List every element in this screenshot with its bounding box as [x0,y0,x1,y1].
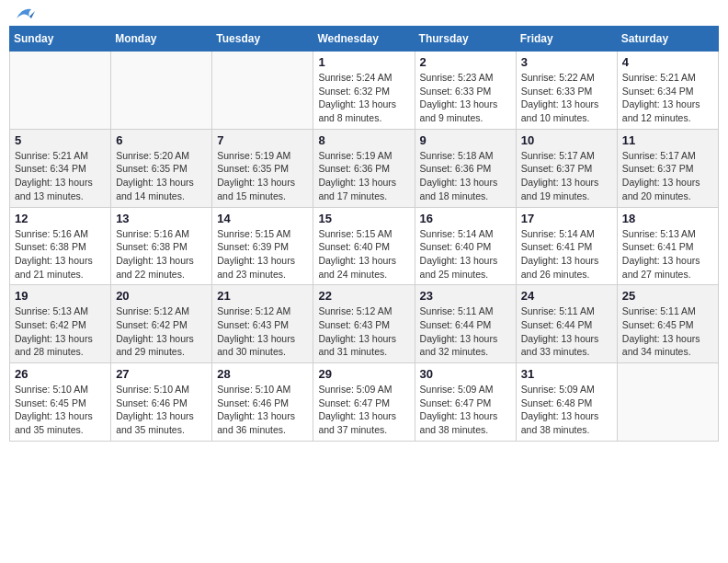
day-number: 23 [420,289,511,303]
day-info: Sunrise: 5:10 AM Sunset: 6:45 PM Dayligh… [15,383,106,437]
day-number: 30 [420,367,511,381]
calendar-cell: 6Sunrise: 5:20 AM Sunset: 6:35 PM Daylig… [111,129,212,207]
day-number: 4 [622,55,713,69]
weekday-header-wednesday: Wednesday [313,27,415,52]
day-info: Sunrise: 5:10 AM Sunset: 6:46 PM Dayligh… [217,383,308,437]
day-number: 10 [521,133,612,147]
day-number: 13 [116,212,207,225]
day-info: Sunrise: 5:11 AM Sunset: 6:45 PM Dayligh… [622,304,713,359]
day-number: 21 [217,289,308,303]
day-number: 24 [521,289,612,303]
calendar-cell: 14Sunrise: 5:15 AM Sunset: 6:39 PM Dayli… [212,207,313,285]
page-header [9,9,719,18]
day-number: 18 [622,212,713,225]
calendar-week-row: 12Sunrise: 5:16 AM Sunset: 6:38 PM Dayli… [10,207,719,285]
calendar-cell: 9Sunrise: 5:18 AM Sunset: 6:36 PM Daylig… [415,129,516,207]
day-info: Sunrise: 5:17 AM Sunset: 6:37 PM Dayligh… [622,149,713,203]
calendar-cell: 10Sunrise: 5:17 AM Sunset: 6:37 PM Dayli… [516,129,617,207]
day-number: 9 [420,133,511,147]
day-info: Sunrise: 5:09 AM Sunset: 6:48 PM Dayligh… [521,383,612,437]
day-info: Sunrise: 5:14 AM Sunset: 6:41 PM Dayligh… [521,227,612,282]
day-number: 1 [318,55,409,69]
day-number: 6 [116,133,207,147]
day-info: Sunrise: 5:21 AM Sunset: 6:34 PM Dayligh… [15,149,106,203]
calendar-cell [617,363,718,442]
day-number: 7 [217,133,308,147]
day-number: 22 [318,289,409,303]
calendar-cell: 22Sunrise: 5:12 AM Sunset: 6:43 PM Dayli… [313,285,415,363]
calendar-cell: 21Sunrise: 5:12 AM Sunset: 6:43 PM Dayli… [212,285,313,363]
day-info: Sunrise: 5:17 AM Sunset: 6:37 PM Dayligh… [521,149,612,203]
logo [13,9,35,18]
calendar-cell: 12Sunrise: 5:16 AM Sunset: 6:38 PM Dayli… [10,207,111,285]
day-number: 31 [521,367,612,381]
day-number: 17 [521,212,612,225]
day-number: 11 [622,133,713,147]
calendar-cell: 24Sunrise: 5:11 AM Sunset: 6:44 PM Dayli… [516,285,617,363]
calendar-cell: 19Sunrise: 5:13 AM Sunset: 6:42 PM Dayli… [10,285,111,363]
calendar-table: SundayMondayTuesdayWednesdayThursdayFrid… [9,26,719,442]
calendar-cell: 3Sunrise: 5:22 AM Sunset: 6:33 PM Daylig… [516,52,617,130]
day-number: 14 [217,212,308,225]
calendar-week-row: 26Sunrise: 5:10 AM Sunset: 6:45 PM Dayli… [10,363,719,442]
calendar-cell: 27Sunrise: 5:10 AM Sunset: 6:46 PM Dayli… [111,363,212,442]
calendar-cell: 11Sunrise: 5:17 AM Sunset: 6:37 PM Dayli… [617,129,718,207]
calendar-cell: 20Sunrise: 5:12 AM Sunset: 6:42 PM Dayli… [111,285,212,363]
calendar-cell [111,52,212,130]
day-number: 3 [521,55,612,69]
calendar-cell: 4Sunrise: 5:21 AM Sunset: 6:34 PM Daylig… [617,52,718,130]
calendar-cell: 13Sunrise: 5:16 AM Sunset: 6:38 PM Dayli… [111,207,212,285]
day-info: Sunrise: 5:12 AM Sunset: 6:43 PM Dayligh… [318,304,409,359]
calendar-cell: 1Sunrise: 5:24 AM Sunset: 6:32 PM Daylig… [313,52,415,130]
day-info: Sunrise: 5:12 AM Sunset: 6:43 PM Dayligh… [217,304,308,359]
calendar-cell: 29Sunrise: 5:09 AM Sunset: 6:47 PM Dayli… [313,363,415,442]
day-info: Sunrise: 5:15 AM Sunset: 6:39 PM Dayligh… [217,227,308,282]
day-info: Sunrise: 5:23 AM Sunset: 6:33 PM Dayligh… [420,71,511,125]
calendar-cell: 7Sunrise: 5:19 AM Sunset: 6:35 PM Daylig… [212,129,313,207]
day-number: 19 [15,289,106,303]
day-info: Sunrise: 5:16 AM Sunset: 6:38 PM Dayligh… [116,227,207,282]
calendar-cell: 25Sunrise: 5:11 AM Sunset: 6:45 PM Dayli… [617,285,718,363]
weekday-header-row: SundayMondayTuesdayWednesdayThursdayFrid… [10,27,719,52]
day-info: Sunrise: 5:15 AM Sunset: 6:40 PM Dayligh… [318,227,409,282]
day-info: Sunrise: 5:19 AM Sunset: 6:36 PM Dayligh… [318,149,409,203]
calendar-cell: 5Sunrise: 5:21 AM Sunset: 6:34 PM Daylig… [10,129,111,207]
day-info: Sunrise: 5:18 AM Sunset: 6:36 PM Dayligh… [420,149,511,203]
calendar-week-row: 19Sunrise: 5:13 AM Sunset: 6:42 PM Dayli… [10,285,719,363]
weekday-header-tuesday: Tuesday [212,27,313,52]
day-info: Sunrise: 5:09 AM Sunset: 6:47 PM Dayligh… [420,383,511,437]
calendar-cell: 26Sunrise: 5:10 AM Sunset: 6:45 PM Dayli… [10,363,111,442]
day-info: Sunrise: 5:21 AM Sunset: 6:34 PM Dayligh… [622,71,713,125]
calendar-cell: 16Sunrise: 5:14 AM Sunset: 6:40 PM Dayli… [415,207,516,285]
day-number: 20 [116,289,207,303]
day-info: Sunrise: 5:19 AM Sunset: 6:35 PM Dayligh… [217,149,308,203]
day-info: Sunrise: 5:10 AM Sunset: 6:46 PM Dayligh… [116,383,207,437]
day-info: Sunrise: 5:22 AM Sunset: 6:33 PM Dayligh… [521,71,612,125]
day-number: 25 [622,289,713,303]
logo-bird-icon [15,6,35,22]
weekday-header-sunday: Sunday [10,27,111,52]
weekday-header-monday: Monday [111,27,212,52]
weekday-header-thursday: Thursday [415,27,516,52]
day-number: 28 [217,367,308,381]
calendar-cell: 28Sunrise: 5:10 AM Sunset: 6:46 PM Dayli… [212,363,313,442]
weekday-header-friday: Friday [516,27,617,52]
day-number: 2 [420,55,511,69]
day-number: 5 [15,133,106,147]
calendar-week-row: 1Sunrise: 5:24 AM Sunset: 6:32 PM Daylig… [10,52,719,130]
calendar-cell [10,52,111,130]
calendar-cell: 17Sunrise: 5:14 AM Sunset: 6:41 PM Dayli… [516,207,617,285]
day-number: 27 [116,367,207,381]
calendar-cell: 2Sunrise: 5:23 AM Sunset: 6:33 PM Daylig… [415,52,516,130]
day-info: Sunrise: 5:13 AM Sunset: 6:42 PM Dayligh… [15,304,106,359]
calendar-cell: 18Sunrise: 5:13 AM Sunset: 6:41 PM Dayli… [617,207,718,285]
calendar-week-row: 5Sunrise: 5:21 AM Sunset: 6:34 PM Daylig… [10,129,719,207]
calendar-cell: 15Sunrise: 5:15 AM Sunset: 6:40 PM Dayli… [313,207,415,285]
day-info: Sunrise: 5:20 AM Sunset: 6:35 PM Dayligh… [116,149,207,203]
day-number: 8 [318,133,409,147]
day-info: Sunrise: 5:24 AM Sunset: 6:32 PM Dayligh… [318,71,409,125]
day-number: 12 [15,212,106,225]
day-number: 26 [15,367,106,381]
weekday-header-saturday: Saturday [617,27,718,52]
day-info: Sunrise: 5:12 AM Sunset: 6:42 PM Dayligh… [116,304,207,359]
